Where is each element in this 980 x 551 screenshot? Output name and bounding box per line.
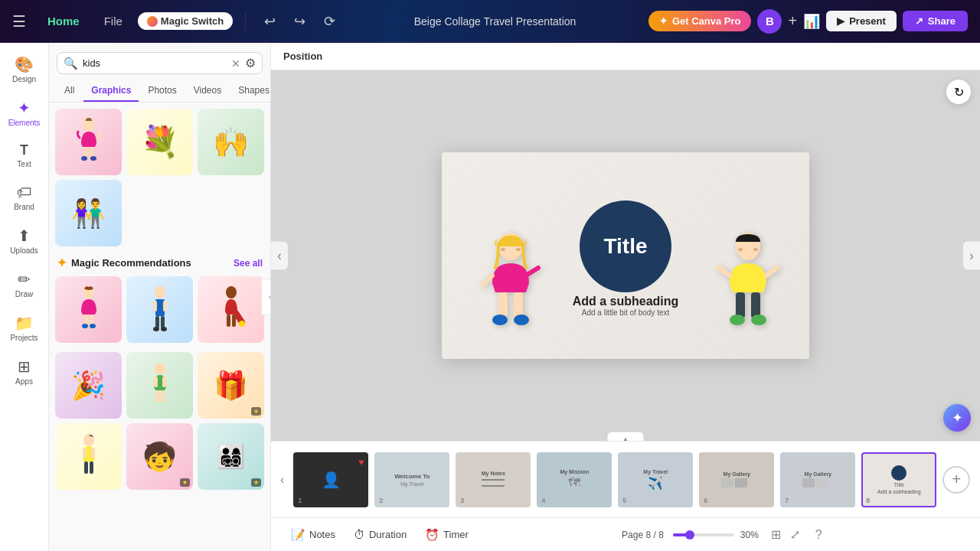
sidebar-item-design[interactable]: 🎨 Design [3, 49, 46, 90]
search-panel: 🔍 ✕ ⚙ All Graphics Photos Videos Shapes … [49, 43, 271, 551]
search-input[interactable] [83, 57, 227, 69]
sidebar-label-elements: Elements [8, 119, 41, 127]
tab-graphics[interactable]: Graphics [83, 80, 139, 102]
sidebar-item-apps[interactable]: ⊞ Apps [3, 351, 46, 392]
more-item-6[interactable]: 👨‍👩‍👧‍👦 ★ [198, 423, 264, 490]
sidebar-label-apps: Apps [15, 377, 33, 386]
svg-rect-40 [736, 292, 745, 318]
sync-button[interactable]: ⟳ [318, 10, 341, 33]
brand-icon: 🏷 [17, 184, 32, 201]
canvas-next-arrow[interactable]: › [963, 242, 980, 270]
grid-view-button[interactable]: ⊞ [768, 524, 784, 545]
zoom-slider[interactable] [673, 533, 734, 536]
canvas-viewport[interactable]: Title [271, 70, 980, 441]
svg-rect-26 [161, 390, 165, 403]
slide-7[interactable]: My Gallery 7 [780, 452, 855, 507]
slide-4[interactable]: My Mission 🗺 4 [537, 452, 612, 507]
file-button[interactable]: File [95, 10, 132, 32]
menu-icon[interactable]: ☰ [12, 12, 26, 31]
svg-point-3 [81, 156, 87, 161]
more-item-5[interactable]: 🧒 ★ [126, 423, 193, 490]
sidebar-item-text[interactable]: T Text [3, 136, 46, 174]
more-item-2[interactable] [126, 352, 193, 419]
share-icon: ↗ [915, 15, 923, 27]
uploads-icon: ⬆ [18, 227, 31, 245]
svg-point-22 [155, 363, 165, 375]
filter-icon[interactable]: ⚙ [245, 56, 256, 70]
tab-photos[interactable]: Photos [140, 80, 184, 102]
svg-rect-19 [227, 315, 230, 327]
svg-rect-24 [162, 377, 166, 387]
more-item-4[interactable] [55, 423, 122, 490]
svg-point-35 [492, 315, 508, 325]
svg-rect-30 [84, 461, 88, 474]
add-collaborator-button[interactable]: + [788, 12, 797, 30]
canvapro-button[interactable]: ✦ Get Canva Pro [648, 11, 752, 31]
svg-point-8 [82, 324, 88, 328]
result-item-3[interactable]: 🙌 [198, 109, 264, 175]
svg-rect-1 [84, 147, 88, 158]
sidebar-item-uploads[interactable]: ⬆ Uploads [3, 220, 46, 261]
analytics-button[interactable]: 📊 [803, 13, 820, 30]
more-item-3[interactable]: 🎁 ★ [198, 352, 264, 419]
share-button[interactable]: ↗ Share [903, 11, 968, 31]
slide-6[interactable]: My Gallery 6 [699, 452, 774, 507]
magic-switch-icon [147, 16, 158, 27]
magic-item-3[interactable] [198, 276, 264, 343]
magic-switch-button[interactable]: Magic Switch [138, 12, 233, 30]
tab-all[interactable]: All [57, 80, 82, 102]
see-all-button[interactable]: See all [234, 258, 263, 269]
slide-1[interactable]: ♥ 👤 1 [293, 452, 368, 507]
zoom-controls: 30% [673, 530, 759, 540]
magic-item-2[interactable] [126, 276, 193, 343]
present-button[interactable]: ▶ Present [826, 11, 897, 31]
slide-5[interactable]: My Travel ✈️ 5 [618, 452, 693, 507]
svg-rect-23 [154, 377, 158, 387]
home-button[interactable]: Home [38, 10, 89, 32]
redo-button[interactable]: ↪ [288, 10, 312, 33]
magic-recommendations-grid [55, 276, 264, 343]
tab-shapes[interactable]: Shapes [230, 80, 270, 102]
duration-button[interactable]: ⏱ Duration [346, 524, 414, 545]
draw-icon: ✏ [18, 270, 31, 289]
svg-point-36 [514, 315, 529, 325]
expand-button[interactable]: ✦ [943, 404, 971, 432]
tab-videos[interactable]: Videos [186, 80, 229, 102]
svg-point-4 [90, 156, 96, 161]
sidebar-item-brand[interactable]: 🏷 Brand [3, 178, 46, 217]
notes-label: Notes [309, 529, 335, 540]
panel-hide-button[interactable]: ‹ [261, 279, 271, 315]
slide-3[interactable]: My Notes 3 [456, 452, 531, 507]
refresh-button[interactable]: ↻ [946, 80, 971, 104]
more-results-grid: 🎉 🎁 ★ [55, 352, 264, 490]
slide-boy-character [710, 230, 786, 351]
svg-point-42 [730, 315, 745, 325]
slide-subheading: Add a subheading Add a little bit of bod… [573, 295, 679, 317]
position-bar: Position [271, 43, 980, 70]
sidebar-item-elements[interactable]: ✦ Elements [3, 93, 46, 133]
notes-button[interactable]: 📝 Notes [283, 524, 343, 546]
result-item-4[interactable]: 👫 [55, 180, 122, 246]
timer-button[interactable]: ⏰ Timer [417, 524, 476, 546]
strip-prev-button[interactable]: ‹ [277, 470, 287, 490]
canvas-prev-arrow[interactable]: ‹ [271, 242, 288, 270]
add-slide-button[interactable]: + [942, 466, 970, 494]
help-button[interactable]: ? [812, 525, 825, 545]
clear-search-icon[interactable]: ✕ [231, 57, 240, 70]
more-item-1[interactable]: 🎉 [55, 352, 122, 419]
fullscreen-button[interactable]: ⤢ [787, 524, 803, 545]
result-item-1[interactable] [55, 109, 122, 175]
canvas-area: Position [271, 43, 980, 551]
magic-item-1[interactable] [55, 276, 122, 343]
slide-8[interactable]: Title Add a subheading 8 [861, 452, 936, 507]
undo-button[interactable]: ↩ [258, 10, 282, 33]
sidebar-item-draw[interactable]: ✏ Draw [3, 264, 46, 305]
result-item-2[interactable]: 💐 [126, 109, 193, 175]
sidebar-item-projects[interactable]: 📁 Projects [3, 308, 46, 348]
present-icon: ▶ [837, 15, 844, 27]
svg-rect-13 [163, 301, 167, 311]
user-avatar[interactable]: B [757, 9, 782, 34]
bottom-bar: 📝 Notes ⏱ Duration ⏰ Timer Page 8 / 8 30… [271, 517, 980, 551]
slide-2[interactable]: Welcome To My Travel 2 [374, 452, 449, 507]
svg-point-16 [153, 327, 159, 331]
